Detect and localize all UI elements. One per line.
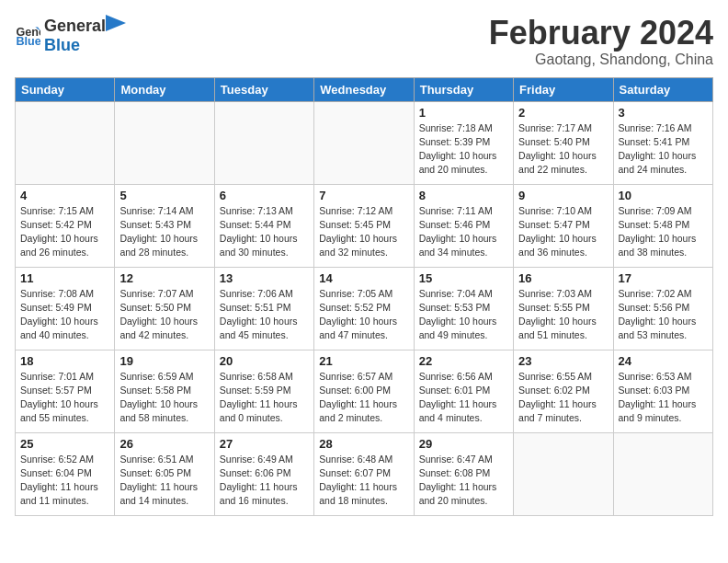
title-area: February 2024 Gaotang, Shandong, China bbox=[489, 15, 713, 68]
col-header-wednesday: Wednesday bbox=[314, 77, 414, 101]
day-number: 15 bbox=[419, 271, 508, 285]
day-cell: 24Sunrise: 6:53 AM Sunset: 6:03 PM Dayli… bbox=[613, 350, 712, 432]
logo-icon: General Blue bbox=[15, 22, 40, 48]
day-number: 13 bbox=[220, 271, 309, 285]
day-cell: 25Sunrise: 6:52 AM Sunset: 6:04 PM Dayli… bbox=[16, 432, 115, 515]
week-row-5: 25Sunrise: 6:52 AM Sunset: 6:04 PM Dayli… bbox=[16, 432, 713, 515]
day-number: 18 bbox=[20, 354, 109, 368]
day-info: Sunrise: 6:49 AM Sunset: 6:06 PM Dayligh… bbox=[220, 453, 309, 509]
day-info: Sunrise: 7:17 AM Sunset: 5:40 PM Dayligh… bbox=[518, 121, 608, 178]
day-number: 3 bbox=[619, 106, 708, 120]
day-number: 1 bbox=[419, 106, 508, 120]
day-cell: 16Sunrise: 7:03 AM Sunset: 5:55 PM Dayli… bbox=[514, 267, 613, 350]
day-number: 11 bbox=[20, 271, 109, 285]
week-row-1: 1Sunrise: 7:18 AM Sunset: 5:39 PM Daylig… bbox=[16, 101, 713, 184]
day-cell: 3Sunrise: 7:16 AM Sunset: 5:41 PM Daylig… bbox=[613, 101, 712, 184]
col-header-sunday: Sunday bbox=[16, 77, 115, 101]
day-info: Sunrise: 6:56 AM Sunset: 6:01 PM Dayligh… bbox=[419, 370, 508, 426]
day-info: Sunrise: 7:04 AM Sunset: 5:53 PM Dayligh… bbox=[419, 287, 508, 343]
day-number: 24 bbox=[619, 354, 708, 368]
logo-general-text: General bbox=[44, 17, 106, 36]
day-cell bbox=[115, 101, 214, 184]
day-info: Sunrise: 6:48 AM Sunset: 6:07 PM Dayligh… bbox=[319, 453, 408, 509]
day-info: Sunrise: 7:08 AM Sunset: 5:49 PM Dayligh… bbox=[20, 287, 109, 343]
day-number: 20 bbox=[220, 354, 309, 368]
day-info: Sunrise: 7:15 AM Sunset: 5:42 PM Dayligh… bbox=[20, 204, 109, 260]
day-cell: 22Sunrise: 6:56 AM Sunset: 6:01 PM Dayli… bbox=[414, 350, 513, 432]
svg-marker-3 bbox=[106, 15, 126, 31]
day-cell: 27Sunrise: 6:49 AM Sunset: 6:06 PM Dayli… bbox=[214, 432, 313, 515]
day-number: 10 bbox=[619, 189, 708, 202]
day-info: Sunrise: 6:59 AM Sunset: 5:58 PM Dayligh… bbox=[119, 370, 209, 426]
day-cell bbox=[16, 101, 115, 184]
day-info: Sunrise: 7:14 AM Sunset: 5:43 PM Dayligh… bbox=[119, 204, 209, 260]
header-row: SundayMondayTuesdayWednesdayThursdayFrid… bbox=[16, 77, 713, 101]
day-number: 27 bbox=[220, 437, 309, 451]
week-row-3: 11Sunrise: 7:08 AM Sunset: 5:49 PM Dayli… bbox=[16, 267, 713, 350]
day-number: 6 bbox=[220, 189, 309, 202]
calendar-table: SundayMondayTuesdayWednesdayThursdayFrid… bbox=[15, 77, 713, 516]
day-cell: 19Sunrise: 6:59 AM Sunset: 5:58 PM Dayli… bbox=[115, 350, 214, 432]
day-cell bbox=[514, 432, 613, 515]
col-header-saturday: Saturday bbox=[613, 77, 712, 101]
day-cell: 17Sunrise: 7:02 AM Sunset: 5:56 PM Dayli… bbox=[613, 267, 712, 350]
day-cell: 4Sunrise: 7:15 AM Sunset: 5:42 PM Daylig… bbox=[16, 184, 115, 267]
day-cell: 23Sunrise: 6:55 AM Sunset: 6:02 PM Dayli… bbox=[514, 350, 613, 432]
day-cell bbox=[314, 101, 414, 184]
svg-text:Blue: Blue bbox=[16, 35, 40, 48]
day-cell: 5Sunrise: 7:14 AM Sunset: 5:43 PM Daylig… bbox=[115, 184, 214, 267]
day-info: Sunrise: 7:09 AM Sunset: 5:48 PM Dayligh… bbox=[619, 204, 708, 260]
day-info: Sunrise: 6:58 AM Sunset: 5:59 PM Dayligh… bbox=[220, 370, 309, 426]
day-info: Sunrise: 6:55 AM Sunset: 6:02 PM Dayligh… bbox=[518, 370, 608, 426]
col-header-thursday: Thursday bbox=[414, 77, 513, 101]
day-cell: 11Sunrise: 7:08 AM Sunset: 5:49 PM Dayli… bbox=[16, 267, 115, 350]
day-number: 5 bbox=[119, 189, 209, 202]
col-header-friday: Friday bbox=[514, 77, 613, 101]
day-number: 4 bbox=[20, 189, 109, 202]
logo: General Blue General Blue bbox=[15, 15, 126, 55]
day-info: Sunrise: 7:01 AM Sunset: 5:57 PM Dayligh… bbox=[20, 370, 109, 426]
day-cell: 10Sunrise: 7:09 AM Sunset: 5:48 PM Dayli… bbox=[613, 184, 712, 267]
day-cell: 9Sunrise: 7:10 AM Sunset: 5:47 PM Daylig… bbox=[514, 184, 613, 267]
day-info: Sunrise: 7:02 AM Sunset: 5:56 PM Dayligh… bbox=[619, 287, 708, 343]
day-cell: 21Sunrise: 6:57 AM Sunset: 6:00 PM Dayli… bbox=[314, 350, 414, 432]
day-info: Sunrise: 7:13 AM Sunset: 5:44 PM Dayligh… bbox=[220, 204, 309, 260]
day-cell: 14Sunrise: 7:05 AM Sunset: 5:52 PM Dayli… bbox=[314, 267, 414, 350]
day-number: 29 bbox=[419, 437, 508, 451]
header: General Blue General Blue February 2024 … bbox=[15, 15, 713, 68]
day-info: Sunrise: 6:51 AM Sunset: 6:05 PM Dayligh… bbox=[119, 453, 209, 509]
day-info: Sunrise: 7:12 AM Sunset: 5:45 PM Dayligh… bbox=[319, 204, 408, 260]
day-number: 17 bbox=[619, 271, 708, 285]
day-number: 14 bbox=[319, 271, 408, 285]
calendar-subtitle: Gaotang, Shandong, China bbox=[489, 52, 713, 68]
day-cell: 26Sunrise: 6:51 AM Sunset: 6:05 PM Dayli… bbox=[115, 432, 214, 515]
logo-arrow-icon bbox=[106, 15, 126, 31]
day-number: 28 bbox=[319, 437, 408, 451]
day-info: Sunrise: 7:10 AM Sunset: 5:47 PM Dayligh… bbox=[518, 204, 608, 260]
day-info: Sunrise: 7:06 AM Sunset: 5:51 PM Dayligh… bbox=[220, 287, 309, 343]
day-cell: 1Sunrise: 7:18 AM Sunset: 5:39 PM Daylig… bbox=[414, 101, 513, 184]
day-cell: 18Sunrise: 7:01 AM Sunset: 5:57 PM Dayli… bbox=[16, 350, 115, 432]
day-number: 19 bbox=[119, 354, 209, 368]
day-info: Sunrise: 6:52 AM Sunset: 6:04 PM Dayligh… bbox=[20, 453, 109, 509]
day-cell: 2Sunrise: 7:17 AM Sunset: 5:40 PM Daylig… bbox=[514, 101, 613, 184]
day-cell bbox=[214, 101, 313, 184]
day-cell: 29Sunrise: 6:47 AM Sunset: 6:08 PM Dayli… bbox=[414, 432, 513, 515]
logo-blue-text: Blue bbox=[44, 36, 80, 54]
day-info: Sunrise: 7:11 AM Sunset: 5:46 PM Dayligh… bbox=[419, 204, 508, 260]
day-number: 23 bbox=[518, 354, 608, 368]
day-info: Sunrise: 7:18 AM Sunset: 5:39 PM Dayligh… bbox=[419, 121, 508, 178]
day-number: 25 bbox=[20, 437, 109, 451]
day-number: 21 bbox=[319, 354, 408, 368]
day-cell: 7Sunrise: 7:12 AM Sunset: 5:45 PM Daylig… bbox=[314, 184, 414, 267]
day-cell: 20Sunrise: 6:58 AM Sunset: 5:59 PM Dayli… bbox=[214, 350, 313, 432]
day-cell: 15Sunrise: 7:04 AM Sunset: 5:53 PM Dayli… bbox=[414, 267, 513, 350]
day-number: 16 bbox=[518, 271, 608, 285]
day-number: 7 bbox=[319, 189, 408, 202]
day-cell: 28Sunrise: 6:48 AM Sunset: 6:07 PM Dayli… bbox=[314, 432, 414, 515]
week-row-4: 18Sunrise: 7:01 AM Sunset: 5:57 PM Dayli… bbox=[16, 350, 713, 432]
day-info: Sunrise: 7:16 AM Sunset: 5:41 PM Dayligh… bbox=[619, 121, 708, 178]
day-info: Sunrise: 6:57 AM Sunset: 6:00 PM Dayligh… bbox=[319, 370, 408, 426]
day-number: 9 bbox=[518, 189, 608, 202]
calendar-title: February 2024 bbox=[489, 15, 713, 52]
